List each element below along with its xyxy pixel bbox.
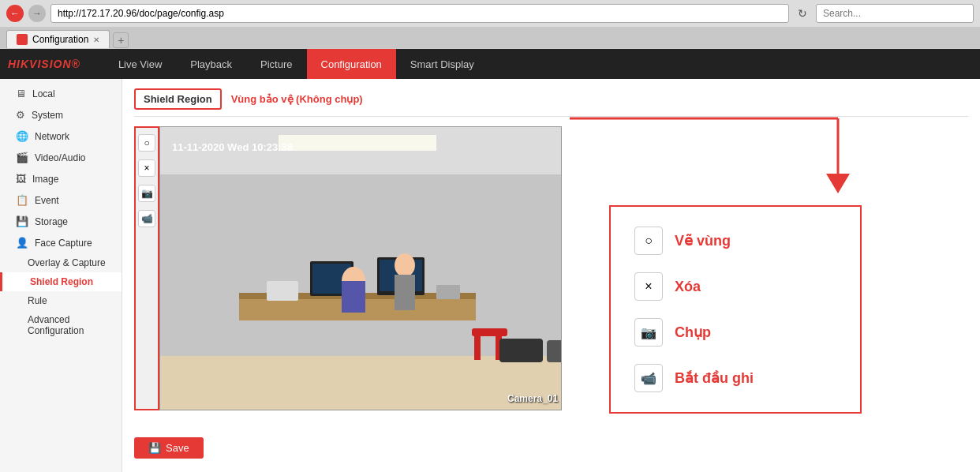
sidebar-item-event[interactable]: 📋 Event <box>0 189 122 211</box>
sidebar-sub-label-advanced: Advanced Configuration <box>28 314 84 336</box>
svg-text:Camera_01: Camera_01 <box>507 393 558 404</box>
draw-tool-button[interactable]: ○ <box>138 134 155 152</box>
svg-rect-2 <box>160 356 562 410</box>
browser-toolbar: ← → ↻ <box>0 0 980 27</box>
svg-point-13 <box>395 253 415 277</box>
svg-rect-12 <box>342 281 365 313</box>
tab-bar: Configuration ✕ + <box>0 27 980 48</box>
svg-rect-16 <box>474 336 481 360</box>
main-panel: Shield Region Vùng bảo vệ (Không chụp) ○… <box>122 79 980 472</box>
face-capture-icon: 👤 <box>16 237 28 249</box>
nav-item-live-view[interactable]: Live View <box>104 49 176 79</box>
info-box: ○ Vẽ vùng × Xóa 📷 Chụp 📹 <box>609 205 862 414</box>
snapshot-label: Chụp <box>675 324 711 341</box>
local-icon: 🖥 <box>16 88 26 99</box>
forward-button[interactable]: → <box>28 5 46 22</box>
storage-icon: 💾 <box>16 215 28 227</box>
back-button[interactable]: ← <box>6 5 24 22</box>
svg-rect-20 <box>267 281 298 301</box>
video-audio-icon: 🎬 <box>16 152 28 163</box>
sidebar-sub-label-shield: Shield Region <box>30 276 93 287</box>
network-icon: 🌐 <box>16 130 28 142</box>
new-tab-button[interactable]: + <box>113 32 129 48</box>
sidebar-label-network: Network <box>35 131 69 142</box>
hikvision-logo: HIKVISION® <box>8 58 80 70</box>
sidebar-label-video-audio: Video/Audio <box>35 152 86 163</box>
sidebar-sub-label-overlay: Overlay & Capture <box>28 257 106 268</box>
svg-rect-14 <box>395 275 415 310</box>
nav-bar: HIKVISION® Live View Playback Picture Co… <box>0 49 980 79</box>
sidebar-label-event: Event <box>35 195 59 206</box>
svg-rect-15 <box>472 328 507 336</box>
sidebar-sub-rule[interactable]: Rule <box>0 291 122 310</box>
info-item-draw: ○ Vẽ vùng <box>634 227 836 255</box>
browser-tab[interactable]: Configuration ✕ <box>6 30 110 48</box>
svg-rect-19 <box>547 340 562 362</box>
clear-icon: × <box>634 272 663 301</box>
content-area: 🖥 Local ⚙ System 🌐 Network 🎬 Video/Audio… <box>0 79 980 472</box>
page-tab-shield-region[interactable]: Shield Region <box>134 88 222 110</box>
app-container: HIKVISION® Live View Playback Picture Co… <box>0 49 980 472</box>
event-icon: 📋 <box>16 194 28 206</box>
sidebar-item-system[interactable]: ⚙ System <box>0 104 122 125</box>
page-subtitle: Vùng bảo vệ (Không chụp) <box>231 93 363 105</box>
video-frame: Camera_01 11-11-2020 Wed 10:23:38 <box>159 126 562 410</box>
search-input[interactable] <box>816 4 974 23</box>
save-button[interactable]: 💾 Save <box>134 437 204 459</box>
nav-item-picture[interactable]: Picture <box>246 49 306 79</box>
address-bar[interactable] <box>50 4 789 23</box>
svg-text:11-11-2020 Wed 10:23:38: 11-11-2020 Wed 10:23:38 <box>172 141 293 153</box>
sidebar-item-local[interactable]: 🖥 Local <box>0 83 122 104</box>
draw-icon: ○ <box>634 227 663 255</box>
nav-item-smart-display[interactable]: Smart Display <box>396 49 488 79</box>
sidebar-label-image: Image <box>32 174 58 185</box>
tab-label: Configuration <box>32 34 88 45</box>
nav-item-configuration[interactable]: Configuration <box>307 49 396 79</box>
sidebar: 🖥 Local ⚙ System 🌐 Network 🎬 Video/Audio… <box>0 79 122 472</box>
nav-item-playback[interactable]: Playback <box>176 49 246 79</box>
video-container: ○ × 📷 📹 <box>134 126 562 410</box>
sidebar-sub-shield-region[interactable]: Shield Region <box>0 272 122 291</box>
tab-favicon <box>17 34 28 45</box>
save-area: 💾 Save <box>134 437 968 459</box>
nav-items: Live View Playback Picture Configuration… <box>104 49 488 79</box>
refresh-button[interactable]: ↻ <box>794 5 811 22</box>
page-header: Shield Region Vùng bảo vệ (Không chụp) <box>134 88 968 117</box>
sidebar-item-video-audio[interactable]: 🎬 Video/Audio <box>0 147 122 168</box>
sidebar-sub-advanced-config[interactable]: Advanced Configuration <box>0 310 122 340</box>
info-item-snapshot: 📷 Chụp <box>634 318 836 347</box>
tab-close-button[interactable]: ✕ <box>93 36 99 44</box>
sidebar-label-storage: Storage <box>35 216 68 227</box>
record-icon: 📹 <box>634 364 663 392</box>
browser-chrome: ← → ↻ Configuration ✕ + <box>0 0 980 49</box>
svg-marker-26 <box>826 174 850 193</box>
snapshot-icon: 📷 <box>634 318 663 347</box>
record-label: Bắt đầu ghi <box>675 369 754 387</box>
image-icon: 🖼 <box>16 173 26 185</box>
record-tool-button[interactable]: 📹 <box>138 210 155 227</box>
svg-rect-18 <box>499 339 543 362</box>
system-icon: ⚙ <box>16 109 25 121</box>
save-icon: 💾 <box>148 442 161 454</box>
video-toolbar: ○ × 📷 📹 <box>134 126 159 410</box>
sidebar-label-face-capture: Face Capture <box>35 238 92 249</box>
sidebar-label-local: Local <box>32 88 55 99</box>
info-item-record: 📹 Bắt đầu ghi <box>634 364 836 392</box>
clear-label: Xóa <box>675 279 701 295</box>
sidebar-sub-overlay-capture[interactable]: Overlay & Capture <box>0 253 122 272</box>
svg-rect-4 <box>279 135 436 151</box>
sidebar-sub-label-rule: Rule <box>28 295 47 306</box>
clear-tool-button[interactable]: × <box>138 159 155 177</box>
snapshot-tool-button[interactable]: 📷 <box>138 185 155 202</box>
sidebar-label-system: System <box>32 110 63 121</box>
camera-feed: Camera_01 11-11-2020 Wed 10:23:38 <box>160 127 562 410</box>
sidebar-item-network[interactable]: 🌐 Network <box>0 125 122 147</box>
draw-label: Vẽ vùng <box>675 232 731 249</box>
annotation-area: ○ Vẽ vùng × Xóa 📷 Chụp 📹 <box>562 126 968 426</box>
sidebar-item-face-capture[interactable]: 👤 Face Capture <box>0 232 122 253</box>
sidebar-item-image[interactable]: 🖼 Image <box>0 168 122 189</box>
svg-rect-21 <box>436 285 460 299</box>
info-item-clear: × Xóa <box>634 272 836 301</box>
sidebar-item-storage[interactable]: 💾 Storage <box>0 211 122 232</box>
save-label: Save <box>166 442 189 454</box>
